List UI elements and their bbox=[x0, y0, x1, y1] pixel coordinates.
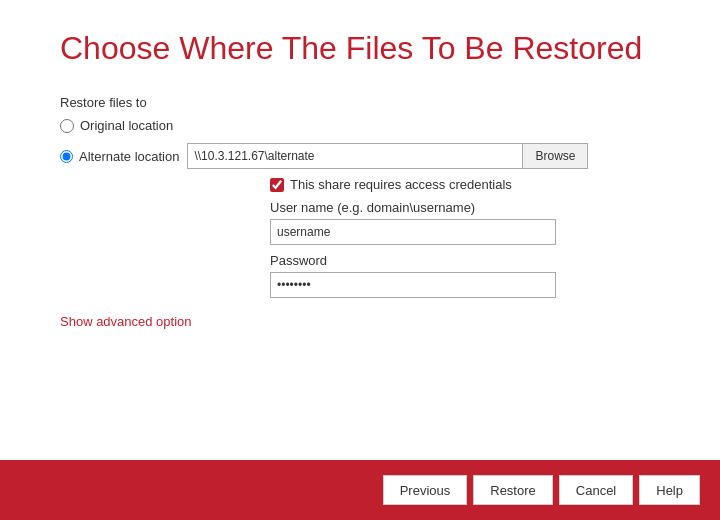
previous-button[interactable]: Previous bbox=[383, 475, 468, 505]
credentials-section: This share requires access credentials U… bbox=[270, 177, 660, 298]
main-content: Choose Where The Files To Be Restored Re… bbox=[0, 0, 720, 460]
password-label: Password bbox=[270, 253, 660, 268]
credentials-checkbox-row: This share requires access credentials bbox=[270, 177, 660, 192]
original-location-radio[interactable] bbox=[60, 119, 74, 133]
credentials-checkbox[interactable] bbox=[270, 178, 284, 192]
password-input[interactable] bbox=[270, 272, 556, 298]
credentials-label: This share requires access credentials bbox=[290, 177, 512, 192]
alternate-location-row: Alternate location Browse bbox=[60, 143, 660, 169]
page-title: Choose Where The Files To Be Restored bbox=[60, 30, 660, 67]
restore-button[interactable]: Restore bbox=[473, 475, 553, 505]
alternate-location-radio[interactable] bbox=[60, 150, 73, 163]
advanced-option-link[interactable]: Show advanced option bbox=[60, 314, 192, 329]
restore-files-label: Restore files to bbox=[60, 95, 660, 110]
alternate-location-label: Alternate location bbox=[79, 149, 179, 164]
username-label: User name (e.g. domain\username) bbox=[270, 200, 660, 215]
footer: Previous Restore Cancel Help bbox=[0, 460, 720, 520]
help-button[interactable]: Help bbox=[639, 475, 700, 505]
cancel-button[interactable]: Cancel bbox=[559, 475, 633, 505]
radio-group: Original location Alternate location Bro… bbox=[60, 118, 660, 169]
alternate-location-input[interactable] bbox=[187, 143, 523, 169]
browse-button[interactable]: Browse bbox=[523, 143, 588, 169]
form-section: Restore files to Original location Alter… bbox=[60, 95, 660, 330]
original-location-row: Original location bbox=[60, 118, 660, 133]
username-input[interactable] bbox=[270, 219, 556, 245]
original-location-label: Original location bbox=[80, 118, 173, 133]
